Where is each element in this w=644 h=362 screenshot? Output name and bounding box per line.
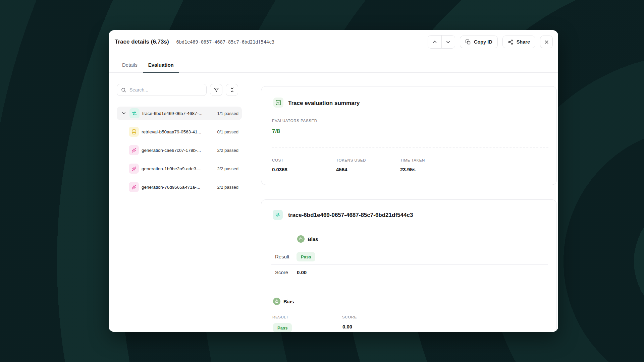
database-icon: [129, 127, 139, 137]
tree-node-label: trace-6bd1e469-0657-4687-...: [142, 111, 202, 116]
checkbox-check-icon: [273, 98, 283, 108]
tree-node-status: 2/2 passed: [217, 148, 238, 153]
tree-row-trace[interactable]: trace-6bd1e469-0657-4687-... 1/1 passed: [117, 107, 242, 120]
sparkles-icon: [129, 164, 139, 174]
tree-node-label: retrieval-b50aaa79-0563-41...: [142, 129, 201, 134]
collapse-all-button[interactable]: [226, 84, 238, 96]
pass-status-badge: Pass: [273, 323, 292, 332]
chevron-up-icon: [432, 39, 438, 45]
tree-node-status: 1/1 passed: [217, 111, 238, 116]
tree-node-status: 2/2 passed: [217, 185, 238, 190]
tree-node-label: generation-cae67c07-178b-...: [142, 148, 201, 153]
metric-label: COST: [272, 158, 336, 162]
score-value: 0.00: [342, 324, 352, 329]
chevron-down-icon[interactable]: [120, 110, 127, 117]
evaluator-name: Bias: [283, 299, 294, 304]
next-trace-button[interactable]: [441, 36, 455, 48]
search-box: [117, 84, 207, 96]
trace-swap-icon: [129, 108, 140, 118]
pass-status-badge: Pass: [297, 252, 315, 261]
tab-bar: Details Evaluation: [109, 57, 558, 73]
trace-nav-group: [428, 35, 455, 49]
previous-trace-button[interactable]: [428, 36, 441, 48]
header-actions: Copy ID Share: [428, 35, 553, 49]
trace-swap-icon: [273, 210, 283, 220]
search-input[interactable]: [129, 87, 203, 93]
modal-header: Trace details (6.73s) 6bd1e469-0657-4687…: [109, 30, 558, 50]
chevron-down-icon: [445, 39, 451, 45]
summary-card-title: Trace evaluation summary: [288, 100, 360, 107]
result-label: Result: [275, 254, 289, 259]
share-icon: [508, 39, 514, 45]
tree-row-generation-2[interactable]: generation-1b9be2a9-ade3-... 2/2 passed: [117, 162, 242, 175]
modal-title: Trace details (6.73s): [115, 39, 169, 45]
metric-value: 23.95s: [400, 167, 425, 172]
trace-detail-card: trace-6bd1e469-0657-4687-85c7-6bd21df544…: [261, 199, 557, 332]
trace-tree-sidebar: trace-6bd1e469-0657-4687-... 1/1 passed …: [109, 73, 247, 332]
metrics-row: COST 0.0368 TOKENS USED 4564 TIME TAKEN …: [272, 158, 548, 172]
copy-id-button[interactable]: Copy ID: [460, 36, 498, 48]
score-column-header: SCORE: [342, 315, 357, 319]
tree-node-status: 2/2 passed: [217, 166, 238, 171]
tree-row-retrieval[interactable]: retrieval-b50aaa79-0563-41... 0/1 passed: [117, 125, 242, 138]
metric-label: TOKENS USED: [336, 158, 400, 162]
sparkles-icon: [129, 182, 139, 192]
evaluators-passed-value: 7/8: [272, 128, 280, 135]
metric-cost: COST 0.0368: [272, 158, 336, 172]
tree-node-status: 0/1 passed: [217, 129, 238, 134]
metric-time-taken: TIME TAKEN 23.95s: [400, 158, 425, 172]
copy-icon: [465, 39, 471, 45]
tab-details[interactable]: Details: [117, 57, 143, 72]
filter-button[interactable]: [210, 84, 222, 96]
collapse-vertical-icon: [229, 87, 235, 93]
evaluation-panel: Trace evaluation summary EVALUATORS PASS…: [248, 73, 558, 332]
search-icon: [121, 87, 126, 93]
close-icon: [544, 39, 549, 45]
metric-value: 0.0368: [272, 167, 336, 172]
result-column-header: RESULT: [272, 315, 288, 319]
close-button[interactable]: [540, 36, 553, 48]
robot-icon: [273, 298, 280, 305]
tree-row-generation-3[interactable]: generation-76d9565a-f71a-... 2/2 passed: [117, 180, 242, 194]
tree-node-label: generation-76d9565a-f71a-...: [142, 185, 200, 190]
robot-icon: [297, 235, 305, 243]
metric-label: TIME TAKEN: [400, 158, 425, 162]
tree-node-label: generation-1b9be2a9-ade3-...: [142, 166, 202, 171]
trace-card-title: trace-6bd1e469-0657-4687-85c7-6bd21df544…: [288, 212, 413, 219]
tree-row-generation-1[interactable]: generation-cae67c07-178b-... 2/2 passed: [117, 143, 242, 157]
sparkles-icon: [129, 145, 139, 155]
metric-tokens-used: TOKENS USED 4564: [336, 158, 400, 172]
score-value: 0.00: [297, 269, 307, 275]
evaluator-name: Bias: [308, 236, 318, 242]
metric-value: 4564: [336, 167, 400, 172]
filter-icon: [213, 87, 219, 93]
trace-evaluation-summary-card: Trace evaluation summary EVALUATORS PASS…: [261, 86, 557, 185]
copy-id-label: Copy ID: [474, 39, 492, 45]
divider: [271, 247, 548, 247]
trace-details-modal: Trace details (6.73s) 6bd1e469-0657-4687…: [109, 30, 558, 332]
share-button[interactable]: Share: [502, 36, 535, 48]
bias-detail-header: Bias: [273, 298, 294, 305]
dashed-divider: [272, 147, 548, 147]
evaluators-passed-label: EVALUATORS PASSED: [272, 119, 317, 123]
trace-id-text: 6bd1e469-0657-4687-85c7-6bd21df544c3: [176, 39, 275, 45]
tab-evaluation[interactable]: Evaluation: [143, 57, 179, 72]
trace-tree: trace-6bd1e469-0657-4687-... 1/1 passed …: [117, 107, 242, 199]
divider: [271, 264, 548, 265]
bias-evaluator-header: Bias: [297, 235, 318, 243]
share-label: Share: [517, 39, 530, 45]
sidebar-toolbar: [117, 84, 238, 96]
score-label: Score: [275, 269, 288, 275]
